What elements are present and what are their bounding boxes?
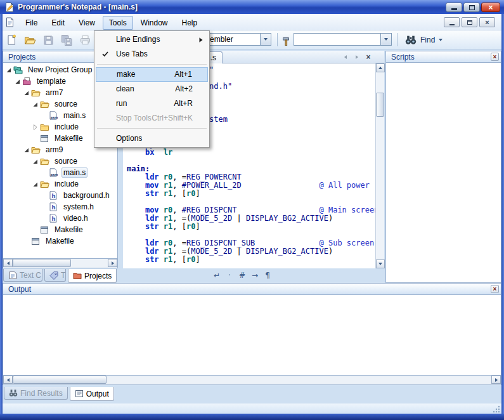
maximize-button[interactable] [463, 3, 480, 12]
code-token: MODE_5_2D [191, 214, 232, 223]
indent-guides-icon[interactable]: → [250, 270, 260, 280]
tab-find-results[interactable]: Find Results [4, 387, 68, 400]
menu-item-line-endings[interactable]: Line Endings [96, 32, 208, 47]
tab-scroll-right-button[interactable] [352, 53, 361, 62]
code-token: r0 [186, 189, 195, 198]
resize-grip-icon[interactable] [493, 405, 500, 413]
menu-tools[interactable]: Tools [103, 16, 133, 30]
paragraph-marks-icon[interactable]: ¶ [262, 270, 273, 280]
tree-item-label: background.h [61, 190, 112, 200]
menu-help[interactable]: Help [176, 16, 204, 30]
save-all-button[interactable] [59, 32, 74, 48]
line-endings-icon[interactable]: ↵ [212, 270, 222, 280]
editor-vertical-scrollbar[interactable] [375, 63, 384, 268]
menu-item-options[interactable]: Options [96, 131, 208, 146]
tree-item-system-h[interactable]: hsystem.h [3, 201, 117, 213]
whitespace-icon[interactable]: · [224, 270, 235, 280]
collapse-icon[interactable] [32, 158, 40, 165]
close-panel-button[interactable]: × [491, 53, 499, 61]
tab-t[interactable]: T [44, 269, 66, 282]
scrollbar-track[interactable] [13, 376, 491, 384]
collapse-icon[interactable] [14, 78, 22, 85]
find-button[interactable]: Find [401, 32, 446, 47]
scroll-left-button[interactable] [3, 376, 13, 384]
code-token: r0 [186, 222, 195, 231]
window-frame-left[interactable] [0, 14, 3, 414]
window-frame-bottom[interactable] [0, 414, 504, 420]
menu-item-clean[interactable]: cleanAlt+2 [96, 82, 208, 96]
print-button[interactable] [77, 32, 93, 48]
open-folder-icon [24, 36, 36, 45]
code-token: , [ [172, 222, 186, 231]
menu-item-run[interactable]: runAlt+R [96, 96, 208, 111]
close-document-button[interactable]: × [364, 53, 373, 62]
search-combo[interactable] [294, 33, 392, 46]
scroll-right-button[interactable] [108, 259, 117, 267]
menu-item-use-tabs[interactable]: Use Tabs [96, 47, 208, 62]
tree-item-makefile[interactable]: Makefile [3, 235, 117, 247]
scroll-up-button[interactable] [376, 63, 385, 72]
collapse-icon[interactable] [5, 67, 13, 74]
scrollbar-thumb[interactable] [376, 93, 384, 117]
new-file-button[interactable] [4, 32, 19, 48]
window-frame-right[interactable] [501, 14, 504, 414]
menu-separator [97, 64, 207, 65]
long-lines-icon[interactable]: # [237, 270, 247, 280]
code-token: ] [195, 222, 200, 231]
collapse-icon[interactable] [32, 181, 40, 188]
tools-button[interactable] [279, 33, 294, 48]
tree-item-video-h[interactable]: hvideo.h [3, 213, 117, 224]
mdi-close-button[interactable]: × [479, 17, 495, 27]
save-button[interactable] [41, 32, 56, 48]
folder-icon [31, 145, 41, 154]
open-file-button[interactable] [22, 32, 37, 48]
scroll-down-button[interactable] [376, 259, 385, 268]
menu-item-label: Line Endings [116, 35, 160, 44]
tree-item-source[interactable]: source [3, 155, 117, 167]
code-token [127, 214, 145, 223]
restore-icon [467, 20, 472, 25]
output-panel-body[interactable] [3, 295, 501, 376]
code-token [127, 148, 145, 157]
menu-edit[interactable]: Edit [45, 16, 71, 30]
code-token [127, 173, 145, 181]
code-token: mov [145, 181, 159, 190]
scrollbar-track[interactable] [13, 259, 108, 268]
tree-item-main-s[interactable]: asmmain.s [3, 167, 117, 178]
close-button[interactable]: × [481, 3, 500, 12]
tab-text-c[interactable]: Text C [3, 269, 42, 282]
menu-window[interactable]: Window [134, 16, 174, 30]
title-bar[interactable]: Programmer's Notepad - [main.s] × [0, 0, 504, 14]
scroll-right-button[interactable] [491, 376, 501, 384]
tree-item-background-h[interactable]: hbackground.h [3, 190, 117, 201]
projects-horizontal-scrollbar[interactable] [3, 259, 118, 268]
scroll-left-button[interactable] [3, 259, 13, 267]
code-token [127, 222, 145, 231]
tab-output[interactable]: Output [70, 387, 114, 401]
tree-item-include[interactable]: include [3, 178, 117, 190]
close-panel-button[interactable]: × [491, 285, 499, 293]
code-token: ldr [145, 214, 159, 223]
tab-projects[interactable]: Projects [68, 269, 117, 283]
menu-item-make[interactable]: makeAlt+1 [96, 67, 208, 82]
menu-file[interactable]: File [19, 16, 44, 30]
save-icon [43, 35, 54, 46]
minimize-button[interactable] [446, 3, 462, 12]
output-horizontal-scrollbar[interactable] [3, 376, 501, 385]
collapse-icon[interactable] [32, 101, 40, 108]
collapse-icon[interactable] [23, 89, 31, 96]
mdi-restore-button[interactable] [462, 17, 477, 27]
mdi-minimize-button[interactable] [444, 17, 460, 27]
combo-dropdown-button[interactable] [380, 34, 391, 45]
menu-view[interactable]: View [72, 16, 101, 30]
code-token: r0 [164, 206, 172, 214]
scrollbar-thumb[interactable] [13, 259, 71, 267]
tab-scroll-left-button[interactable] [341, 53, 350, 62]
tree-item-makefile[interactable]: Makefile [3, 224, 117, 235]
toolbar: Assembler Find [0, 30, 504, 49]
collapse-icon[interactable] [23, 147, 31, 154]
combo-dropdown-button[interactable] [260, 34, 271, 45]
expand-icon[interactable] [32, 124, 40, 131]
scrollbar-thumb[interactable] [13, 376, 107, 384]
scripts-panel-body[interactable] [385, 63, 501, 283]
